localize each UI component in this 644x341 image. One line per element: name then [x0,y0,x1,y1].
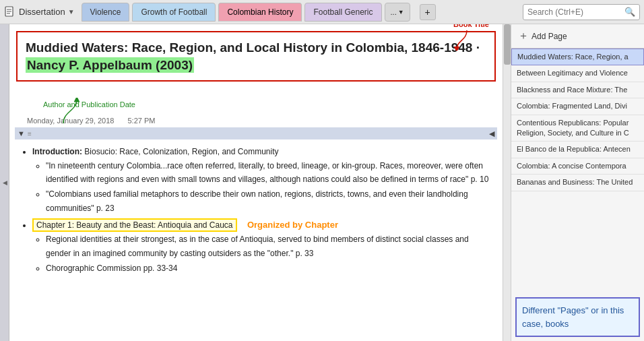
title-annotation: Book Title [453,24,489,51]
sidebar-item-6[interactable]: El Banco de la Republica: Antecen [511,142,644,158]
book-title: Muddied Waters: Race, Region, and Local … [26,39,486,73]
tab-more[interactable]: ... ▼ [385,3,410,22]
title-text: Muddied Waters: Race, Region, and Local … [26,40,480,55]
separator-bar: ▼ ≡ ◀ [15,127,497,140]
sidebar-item-1[interactable]: Muddied Waters: Race, Region, a [511,49,644,65]
intro-title-text: Biosucio: Race, Colonization, Region, an… [84,147,278,156]
add-tab-button[interactable]: + [420,4,436,20]
search-icon: 🔍 [624,7,635,17]
app-dropdown-icon[interactable]: ▼ [68,8,75,16]
app-logo: Dissertation ▼ [4,6,79,18]
scrollbar[interactable] [503,24,511,341]
sidebar-toggle[interactable]: ◀ [489,129,494,138]
right-sidebar: ＋ Add Page Muddied Waters: Race, Region,… [511,24,644,341]
title-annotation-label: Book Title [453,24,489,28]
content-area: Muddied Waters: Race, Region, and Local … [9,24,503,341]
chapter1-label: Chapter 1: Beauty and the Beast: Antioqu… [32,218,237,232]
tab-growth[interactable]: Growth of Football [132,3,216,22]
quote-2: "Colombians used familial metaphors to d… [46,187,493,215]
main-layout: ◀ Muddied Waters: Race, Region, and Loca… [0,24,644,341]
sidebar-list: Muddied Waters: Race, Region, a Between … [511,49,644,293]
ch1-quote-1: Regional identities at their strongest, … [46,232,493,260]
sidebar-item-4[interactable]: Colombia: Fragmented Land, Divi [511,98,644,115]
author-highlighted: Nancy P. Appelbaum (2003) [26,57,194,73]
scroll-thumb[interactable] [504,24,511,65]
title-arrow-svg [453,30,480,51]
sidebar-top: ＋ Add Page [511,24,644,49]
sidebar-item-3[interactable]: Blackness and Race Mixture: The [511,82,644,98]
app-title: Dissertation [19,7,65,17]
sidebar-item-2[interactable]: Between Legitimacy and Violence [511,65,644,82]
expand-handle[interactable]: ◀ [0,24,9,341]
expand-icon[interactable]: ▼ [18,129,25,137]
intro-label: Introduction: [32,147,82,156]
author-annotation: Author and Publication Date [43,98,135,108]
chapter1-item: Chapter 1: Beauty and the Beast: Antioqu… [32,218,493,275]
quote-1: "In nineteenth century Colombia...race o… [46,159,493,187]
separator-arrows: ≡ [28,130,33,137]
title-block: Muddied Waters: Race, Region, and Local … [16,31,496,82]
add-page-button[interactable]: ＋ Add Page [515,27,640,45]
time-label: 5:27 PM [127,117,155,125]
add-page-label: Add Page [532,32,567,41]
author-annotation-label: Author and Publication Date [43,100,135,108]
intro-item: Introduction: Biosucio: Race, Colonizati… [32,145,493,215]
title-box: Muddied Waters: Race, Region, and Local … [16,31,496,82]
search-box: 🔍 [523,4,640,20]
search-input[interactable] [527,7,622,17]
tab-violence[interactable]: Violence [82,3,130,22]
sidebar-item-8[interactable]: Bananas and Business: The United [511,175,644,191]
organized-label: Organized by Chapter [247,220,338,230]
content-wrapper: ◀ Muddied Waters: Race, Region, and Loca… [0,24,511,341]
sidebar-item-5[interactable]: Contentious Republicans: Popular Religio… [511,115,644,142]
add-icon: ＋ [518,29,529,43]
tab-colombian[interactable]: Colombian History [218,3,302,22]
notes-content: Introduction: Biosucio: Race, Colonizati… [9,140,503,282]
top-bar: Dissertation ▼ Violence Growth of Footba… [0,0,644,24]
sidebar-item-7[interactable]: Colombia: A concise Contempora [511,158,644,175]
ch1-quote-2: Chorographic Commission pp. 33-34 [46,261,493,275]
sidebar-note: Different "Pages" or in this case, books [515,297,640,337]
title-meta: Monday, January 29, 2018 5:27 PM [27,117,488,125]
tab-football[interactable]: Football Generic [304,3,381,22]
